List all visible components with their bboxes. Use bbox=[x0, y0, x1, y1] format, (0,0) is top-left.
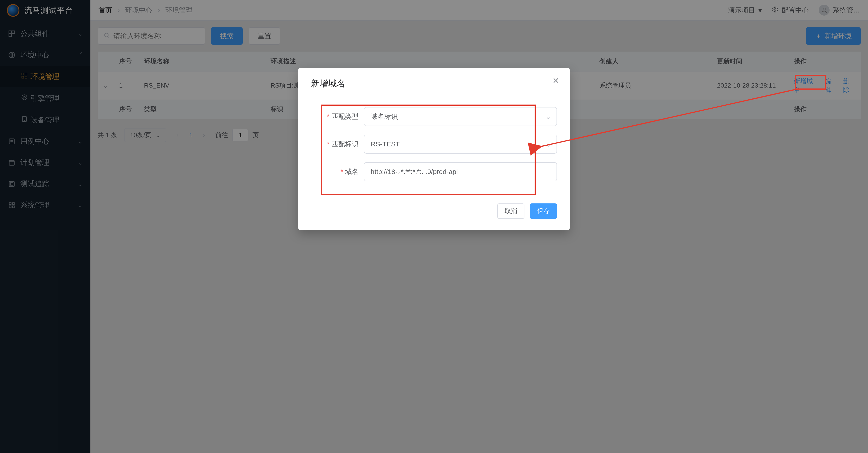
select-match-type[interactable]: 域名标识 ⌄ bbox=[364, 107, 557, 126]
dialog-title: 新增域名 bbox=[298, 68, 569, 96]
input-domain[interactable] bbox=[371, 168, 545, 176]
add-domain-dialog: 新增域名 ✕ *匹配类型 域名标识 ⌄ *匹配标识 RS-TEST ⌄ bbox=[298, 68, 569, 230]
select-match-key[interactable]: RS-TEST ⌄ bbox=[364, 135, 557, 153]
label-match-key: 匹配标识 bbox=[331, 140, 359, 148]
select-match-type-value: 域名标识 bbox=[371, 112, 398, 121]
save-button[interactable]: 保存 bbox=[530, 203, 557, 219]
input-domain-wrap[interactable] bbox=[364, 162, 557, 181]
chevron-down-icon: ⌄ bbox=[546, 113, 551, 121]
select-match-key-value: RS-TEST bbox=[371, 140, 400, 148]
label-domain: 域名 bbox=[345, 168, 359, 175]
modal-overlay[interactable]: 新增域名 ✕ *匹配类型 域名标识 ⌄ *匹配标识 RS-TEST ⌄ bbox=[0, 0, 868, 453]
label-match-type: 匹配类型 bbox=[331, 113, 359, 120]
cancel-button[interactable]: 取消 bbox=[497, 203, 524, 219]
chevron-down-icon: ⌄ bbox=[546, 140, 551, 148]
close-icon[interactable]: ✕ bbox=[553, 76, 559, 86]
